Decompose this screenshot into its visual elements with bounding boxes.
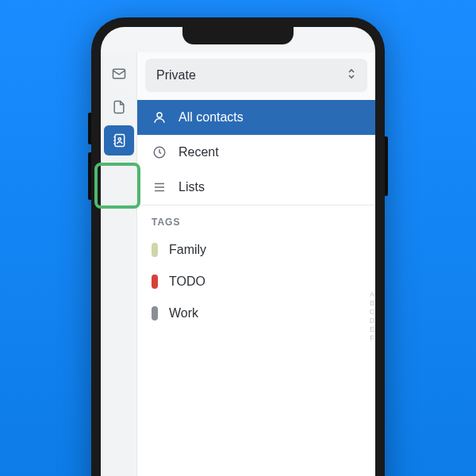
section-all-contacts[interactable]: All contacts [137, 100, 375, 135]
section-recent[interactable]: Recent [137, 135, 375, 170]
contacts-app: Private All contacts [101, 52, 375, 476]
nav-files[interactable] [104, 92, 134, 122]
tag-item-family[interactable]: Family [137, 234, 375, 266]
addressbook-selector[interactable]: Private [145, 59, 367, 92]
tag-label: Family [169, 243, 206, 257]
addressbook-selector-value: Private [156, 68, 196, 83]
tag-color-pill [152, 243, 158, 257]
person-icon [152, 109, 167, 125]
addressbook-selector-row: Private [137, 52, 375, 100]
section-label: Recent [178, 145, 219, 159]
tag-label: TODO [169, 274, 205, 289]
clock-icon [152, 144, 167, 160]
chevron-updown-icon [347, 67, 356, 83]
section-label: All contacts [178, 110, 244, 125]
tag-item-work[interactable]: Work [137, 298, 375, 329]
phone-frame: Private All contacts [91, 17, 385, 476]
nav-rail [101, 52, 137, 476]
document-icon [111, 99, 127, 115]
tag-item-todo[interactable]: TODO [137, 266, 375, 298]
address-book-icon [111, 132, 127, 148]
nav-contacts[interactable] [104, 125, 134, 155]
svg-point-2 [118, 138, 121, 140]
mail-icon [111, 66, 127, 82]
list-icon [152, 179, 167, 195]
power-button [385, 136, 388, 196]
tag-label: Work [169, 306, 198, 321]
tags-header: TAGS [137, 205, 375, 234]
volume-up-button [88, 113, 91, 144]
contacts-panel: Private All contacts [137, 52, 375, 476]
section-lists[interactable]: Lists [137, 170, 375, 205]
tag-color-pill [152, 274, 158, 289]
section-label: Lists [178, 180, 205, 194]
main-sections: All contacts Recent Lists [137, 100, 375, 205]
volume-down-button [88, 152, 91, 200]
phone-screen: Private All contacts [101, 27, 375, 476]
tag-color-pill [152, 306, 158, 321]
nav-mail[interactable] [104, 59, 134, 89]
svg-point-3 [157, 113, 162, 117]
